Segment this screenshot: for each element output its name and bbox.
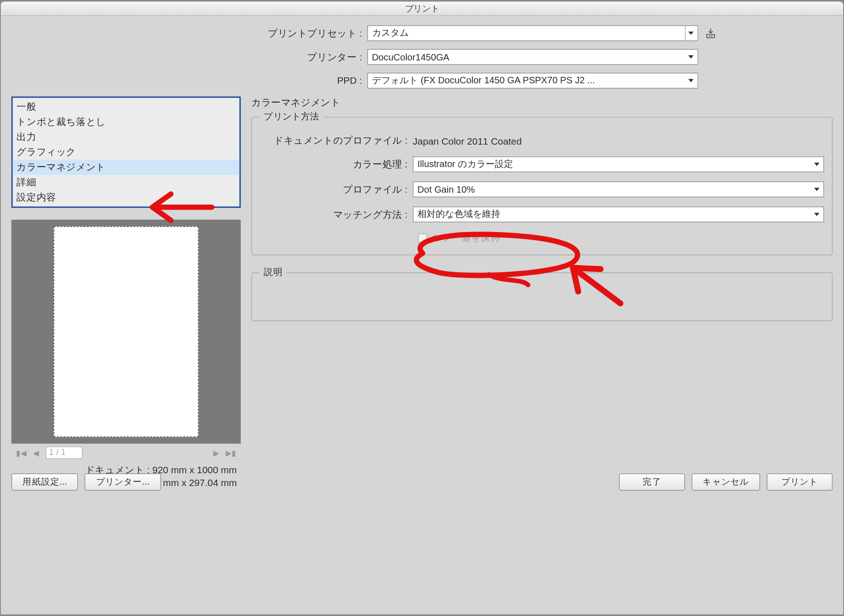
ppd-label: PPD : — [11, 76, 368, 86]
preview-pagination: ▮◀ ◀ 1 / 1 ▶ ▶▮ — [11, 444, 241, 462]
printer-setup-button[interactable]: プリンター... — [85, 473, 161, 490]
rendering-intent-value: 相対的な色域を維持 — [417, 209, 500, 221]
description-group: 説明 — [251, 272, 833, 321]
category-graphics[interactable]: グラフィック — [13, 145, 239, 160]
print-button[interactable]: プリント — [767, 473, 833, 490]
document-profile-label: ドキュメントのプロファイル : — [260, 135, 413, 147]
preview-paper — [54, 226, 199, 437]
printer-dropdown[interactable]: DocuColor1450GA — [367, 49, 698, 65]
document-profile-value: Japan Color 2011 Coated — [413, 135, 522, 146]
next-page-icon[interactable]: ▶ — [211, 448, 222, 457]
svg-rect-1 — [709, 36, 713, 36]
color-handling-label: カラー処理 : — [260, 158, 413, 170]
done-button[interactable]: 完了 — [619, 473, 685, 490]
save-preset-icon[interactable] — [703, 27, 718, 40]
print-preset-dropdown[interactable]: カスタム — [367, 25, 698, 41]
category-general[interactable]: 一般 — [13, 99, 239, 114]
description-group-label: 説明 — [260, 266, 287, 278]
preserve-color-values-checkbox — [418, 233, 427, 243]
window-title: プリント — [405, 4, 439, 14]
rendering-intent-dropdown[interactable]: 相対的な色域を維持 — [413, 206, 824, 222]
preserve-color-values-row: カラー値を保持 — [418, 232, 824, 244]
color-handling-dropdown[interactable]: Illustrator のカラー設定 — [413, 157, 824, 173]
category-color-management[interactable]: カラーマネジメント — [13, 160, 239, 175]
category-advanced[interactable]: 詳細 — [13, 175, 239, 190]
color-handling-value: Illustrator のカラー設定 — [417, 158, 513, 170]
category-output[interactable]: 出力 — [13, 130, 239, 145]
profile-label: プロファイル : — [260, 183, 413, 195]
profile-dropdown[interactable]: Dot Gain 10% — [413, 182, 824, 198]
printer-label: プリンター : — [11, 51, 368, 63]
profile-value: Dot Gain 10% — [417, 184, 475, 195]
page-setup-button[interactable]: 用紙設定... — [11, 473, 78, 490]
category-marks-and-bleed[interactable]: トンボと裁ち落とし — [13, 114, 239, 130]
last-page-icon[interactable]: ▶▮ — [225, 448, 237, 457]
titlebar: プリント — [1, 1, 843, 16]
print-method-group-label: プリント方法 — [260, 111, 323, 123]
preview-thumbnail-area — [11, 220, 241, 444]
page-number-field[interactable]: 1 / 1 — [46, 446, 83, 459]
printer-value: DocuColor1450GA — [372, 52, 449, 62]
rendering-intent-label: マッチング方法 : — [260, 208, 413, 221]
print-dialog: プリント プリントプリセット : カスタム プリンター : DocuColor1… — [0, 1, 844, 615]
cancel-button[interactable]: キャンセル — [692, 473, 760, 490]
print-preset-label: プリントプリセット : — [11, 27, 368, 39]
category-summary[interactable]: 設定内容 — [13, 190, 239, 205]
first-page-icon[interactable]: ▮◀ — [16, 448, 27, 457]
ppd-value: デフォルト (FX DocuColor 1450 GA PSPX70 PS J2… — [372, 75, 595, 86]
print-method-group: プリント方法 ドキュメントのプロファイル : Japan Color 2011 … — [251, 117, 833, 255]
print-preset-value: カスタム — [372, 27, 409, 39]
preserve-color-values-label: カラー値を保持 — [431, 232, 500, 244]
category-list: 一般 トンボと裁ち落とし 出力 グラフィック カラーマネジメント 詳細 設定内容 — [11, 97, 241, 208]
ppd-dropdown[interactable]: デフォルト (FX DocuColor 1450 GA PSPX70 PS J2… — [367, 73, 698, 89]
section-heading: カラーマネジメント — [251, 97, 833, 109]
prev-page-icon[interactable]: ◀ — [30, 448, 42, 457]
